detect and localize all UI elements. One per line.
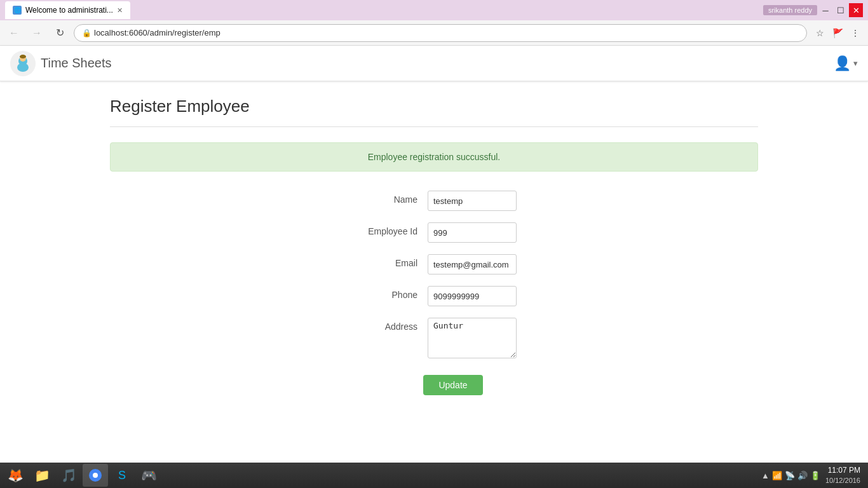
email-row: Email <box>110 254 758 274</box>
user-dropdown-arrow: ▾ <box>853 58 858 68</box>
phone-row: Phone <box>110 286 758 306</box>
email-label: Email <box>351 254 428 268</box>
success-alert: Employee registration succussful. <box>110 142 758 172</box>
user-menu-button[interactable]: 👤 ▾ <box>834 55 858 72</box>
name-row: Name <box>110 191 758 211</box>
app-brand: Time Sheets <box>10 51 112 76</box>
address-input[interactable]: Guntur <box>428 318 517 358</box>
main-content: Register Employee Employee registration … <box>85 81 783 422</box>
address-label: Address <box>351 318 428 332</box>
back-button[interactable]: ← <box>5 24 23 42</box>
update-button[interactable]: Update <box>423 375 482 395</box>
svg-point-4 <box>20 55 26 58</box>
phone-input[interactable] <box>428 286 517 306</box>
reload-button[interactable]: ↻ <box>51 24 69 42</box>
brand-title: Time Sheets <box>41 56 112 71</box>
phone-label: Phone <box>351 286 428 300</box>
alert-message: Employee registration succussful. <box>368 152 501 162</box>
employee-id-row: Employee Id <box>110 222 758 243</box>
email-input[interactable] <box>428 254 517 274</box>
address-row: Address Guntur <box>110 318 758 358</box>
tab-close-button[interactable]: ✕ <box>117 6 123 15</box>
name-input[interactable] <box>428 191 517 211</box>
minimize-button[interactable]: ─ <box>818 3 832 17</box>
brand-icon <box>10 51 36 76</box>
forward-button[interactable]: → <box>28 24 46 42</box>
page-title: Register Employee <box>110 97 758 116</box>
url-bar[interactable]: 🔒 localhost:6060/admin/register/emp <box>74 24 807 42</box>
user-icon: 👤 <box>834 55 851 72</box>
maximize-button[interactable]: ☐ <box>834 3 848 17</box>
register-form: Name Employee Id Email Phone Address Gun… <box>110 191 758 407</box>
menu-icon[interactable]: ⋮ <box>848 25 863 41</box>
browser-tab[interactable]: 🌐 Welcome to administrati... ✕ <box>5 1 130 19</box>
name-label: Name <box>351 191 428 205</box>
navbar-right: 👤 ▾ <box>834 55 858 72</box>
svg-point-3 <box>17 63 29 72</box>
flag-icon[interactable]: 🚩 <box>830 25 845 41</box>
browser-addressbar: ← → ↻ 🔒 localhost:6060/admin/register/em… <box>0 20 868 46</box>
browser-titlebar: 🌐 Welcome to administrati... ✕ srikanth … <box>0 0 868 20</box>
employee-id-label: Employee Id <box>351 222 428 236</box>
submit-row: Update <box>129 370 777 395</box>
tab-favicon: 🌐 <box>13 6 22 15</box>
employee-id-input[interactable] <box>428 222 517 243</box>
bookmark-icon[interactable]: ☆ <box>812 25 827 41</box>
app-navbar: Time Sheets 👤 ▾ <box>0 46 868 81</box>
title-divider <box>110 126 758 127</box>
addressbar-actions: ☆ 🚩 ⋮ <box>812 25 863 41</box>
close-button[interactable]: ✕ <box>849 3 863 17</box>
titlebar-controls: srikanth reddy ─ ☐ ✕ <box>763 3 863 17</box>
titlebar-username: srikanth reddy <box>763 5 817 15</box>
secure-icon: 🔒 <box>82 29 92 37</box>
url-text: localhost:6060/admin/register/emp <box>94 28 220 37</box>
tab-title: Welcome to administrati... <box>25 6 113 15</box>
